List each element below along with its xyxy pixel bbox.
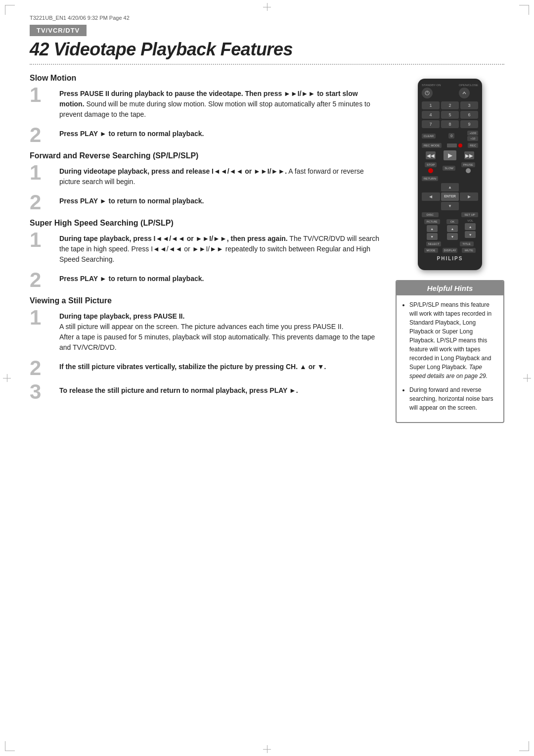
dpad-enter[interactable]: ENTER bbox=[441, 192, 459, 201]
vol-up[interactable]: ▲ bbox=[465, 223, 476, 230]
mode-button[interactable]: MODE bbox=[424, 248, 438, 253]
dpad-right[interactable]: ▶ bbox=[460, 192, 478, 201]
fwd-step-content-1: During videotape playback, press and rel… bbox=[59, 165, 381, 189]
dpad-down[interactable]: ▼ bbox=[441, 202, 459, 210]
slow-motion-step-1: 1 Press PAUSE II during playback to paus… bbox=[30, 88, 381, 122]
mute-button[interactable]: MUTE bbox=[462, 248, 476, 253]
remote-wrapper: STANDBY·ON OPEN/CLOSE bbox=[396, 79, 504, 270]
main-layout: Slow Motion 1 Press PAUSE II during play… bbox=[30, 74, 504, 423]
still-picture-heading: Viewing a Still Picture bbox=[30, 296, 381, 305]
rec-dot bbox=[458, 143, 462, 147]
clear-zero-row: CLEAR 0 +100 +10 bbox=[422, 131, 478, 141]
shs-step-number-1: 1 bbox=[30, 230, 54, 250]
helpful-hint-2: During forward and reverse searching, ho… bbox=[409, 385, 497, 412]
return-button[interactable]: RETURN bbox=[422, 176, 438, 181]
helpful-hints-body: SP/LP/SLP means this feature will work w… bbox=[397, 295, 503, 422]
shs-step-2-text: Press PLAY ► to return to normal playbac… bbox=[59, 274, 381, 284]
select-button[interactable]: SELECT bbox=[426, 241, 441, 246]
ch-up[interactable]: ▲ bbox=[447, 225, 458, 232]
stop-dot bbox=[428, 168, 433, 173]
btn-4[interactable]: 4 bbox=[422, 111, 440, 119]
super-high-speed-section: Super High Speed Searching (LP/SLP) 1 Du… bbox=[30, 219, 381, 290]
dotted-separator bbox=[30, 64, 504, 65]
corner-mark-tl bbox=[5, 5, 15, 15]
dpad-empty-br bbox=[460, 202, 478, 210]
rec-button[interactable]: REC bbox=[468, 143, 478, 148]
tv-vcr-dtv-badge: TV/VCR/DTV bbox=[30, 25, 87, 36]
philips-logo: PHILIPS bbox=[422, 256, 478, 261]
still-step-3-text: To release the still picture and return … bbox=[59, 385, 381, 396]
helpful-hints-list: SP/LP/SLP means this feature will work w… bbox=[402, 300, 497, 412]
display-button[interactable]: DISPLAY bbox=[443, 248, 458, 253]
picture-up[interactable]: ▲ bbox=[427, 225, 438, 232]
still-step-1-text: During tape playback, press PAUSE II.A s… bbox=[59, 311, 381, 353]
shs-step-1-text: During tape playback, press I◄◄/◄◄ or ►►… bbox=[59, 234, 381, 265]
ch-down[interactable]: ▼ bbox=[447, 233, 458, 240]
btn-2[interactable]: 2 bbox=[441, 101, 459, 109]
btn-7[interactable]: 7 bbox=[422, 120, 440, 128]
still-step-number-3: 3 bbox=[30, 381, 54, 402]
return-row: RETURN bbox=[422, 176, 478, 181]
setup-button[interactable]: SET UP bbox=[461, 212, 478, 217]
open-close-label: OPEN/CLOSE bbox=[459, 84, 478, 87]
crosshair-right bbox=[523, 374, 531, 382]
shs-step-number-2: 2 bbox=[30, 270, 54, 290]
page-container: T3221UB_EN1 4/20/06 9:32 PM Page 42 TV/V… bbox=[0, 0, 534, 756]
pause-dot bbox=[466, 168, 471, 173]
btn-9[interactable]: 9 bbox=[460, 120, 478, 128]
play-button[interactable]: ▶ bbox=[444, 150, 456, 160]
step-content-2: Press PLAY ► to return to normal playbac… bbox=[59, 128, 381, 141]
pause-button[interactable]: PAUSE bbox=[461, 162, 475, 167]
dpad: ▲ ◀ ENTER ▶ ▼ bbox=[422, 183, 478, 210]
slow-button[interactable]: SLOW bbox=[443, 166, 455, 171]
picture-group: PICTURE ▲ ▼ bbox=[424, 219, 440, 240]
slow-motion-step-2: 2 Press PLAY ► to return to normal playb… bbox=[30, 128, 381, 145]
corner-mark-tr bbox=[519, 5, 529, 15]
still-step-2: 2 If the still picture vibrates vertical… bbox=[30, 361, 381, 378]
corner-mark-br bbox=[519, 741, 529, 751]
btn-0[interactable]: 0 bbox=[448, 133, 454, 139]
plus10-button[interactable]: +10 bbox=[467, 136, 478, 141]
vol-group: VOL ▲ ▼ bbox=[465, 219, 476, 240]
btn-3[interactable]: 3 bbox=[460, 101, 478, 109]
btn-5[interactable]: 5 bbox=[441, 111, 459, 119]
fwd-step-number-1: 1 bbox=[30, 162, 54, 183]
title-button[interactable]: TITLE bbox=[460, 241, 474, 246]
disc-button[interactable]: DISC bbox=[422, 212, 439, 217]
btn-8[interactable]: 8 bbox=[441, 120, 459, 128]
slow-motion-heading: Slow Motion bbox=[30, 74, 381, 83]
step-content-1: Press PAUSE II during playback to pause … bbox=[59, 88, 381, 122]
open-close-button[interactable] bbox=[459, 88, 470, 98]
stop-button[interactable]: STOP bbox=[425, 162, 437, 167]
crosshair-top bbox=[263, 3, 271, 11]
btn-1[interactable]: 1 bbox=[422, 101, 440, 109]
left-column: Slow Motion 1 Press PAUSE II during play… bbox=[30, 74, 381, 423]
shs-step-content-1: During tape playback, press I◄◄/◄◄ or ►►… bbox=[59, 233, 381, 267]
ok-button[interactable]: OK bbox=[446, 219, 458, 224]
rec-mode-button[interactable]: REC MODE bbox=[422, 143, 442, 148]
ch-group: OK ▲ ▼ bbox=[446, 219, 458, 240]
dpad-left[interactable]: ◀ bbox=[422, 192, 440, 201]
rew-button[interactable]: ◀◀ bbox=[426, 151, 436, 159]
picture-button[interactable]: PICTURE bbox=[424, 219, 440, 224]
remote-control: STANDBY·ON OPEN/CLOSE bbox=[418, 79, 482, 270]
picture-down[interactable]: ▼ bbox=[427, 233, 438, 240]
dpad-up[interactable]: ▲ bbox=[441, 183, 459, 191]
stop-slow-pause-row: STOP SLOW PAUSE bbox=[422, 162, 478, 174]
picture-ch-vol-row: PICTURE ▲ ▼ OK ▲ ▼ VOL ▲ ▼ bbox=[422, 219, 478, 240]
helpful-hints-title: Helpful Hints bbox=[397, 281, 503, 295]
fwd-step-number-2: 2 bbox=[30, 192, 54, 213]
rec-indicator bbox=[447, 143, 457, 147]
clear-button[interactable]: CLEAR bbox=[422, 134, 436, 139]
helpful-hints-box: Helpful Hints SP/LP/SLP means this featu… bbox=[396, 280, 504, 423]
ff-button[interactable]: ▶▶ bbox=[464, 151, 474, 159]
forward-reverse-step-2: 2 Press PLAY ► to return to normal playb… bbox=[30, 195, 381, 213]
vol-down[interactable]: ▼ bbox=[465, 231, 476, 238]
plus100-button[interactable]: +100 bbox=[467, 131, 478, 136]
btn-6[interactable]: 6 bbox=[460, 111, 478, 119]
step-1-text: Press PAUSE II during playback to pause … bbox=[59, 89, 381, 120]
super-high-speed-heading: Super High Speed Searching (LP/SLP) bbox=[30, 219, 381, 228]
crosshair-bottom bbox=[263, 745, 271, 753]
power-button[interactable] bbox=[422, 88, 433, 98]
still-step-number-2: 2 bbox=[30, 358, 54, 378]
